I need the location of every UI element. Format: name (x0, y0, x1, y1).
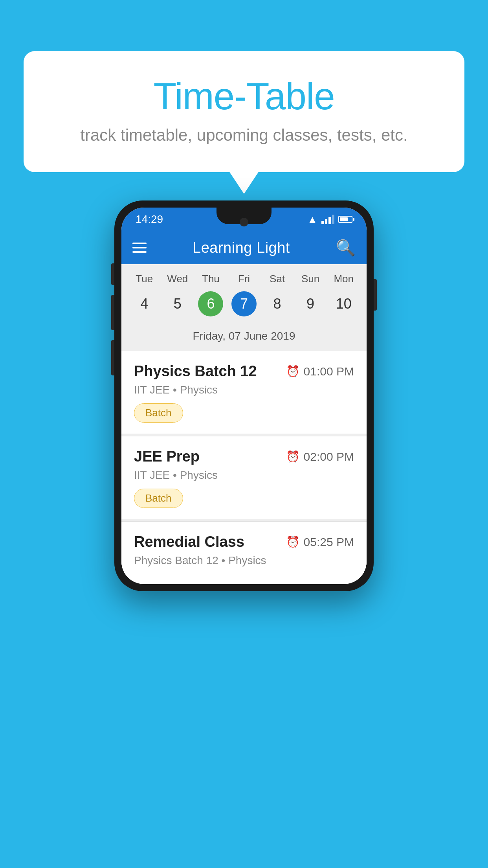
signal-bars-icon (321, 215, 334, 224)
batch-badge-2: Batch (134, 489, 183, 508)
day-wed: Wed (161, 273, 194, 285)
clock-icon-3: ⏰ (286, 535, 300, 548)
date-6-today[interactable]: 6 (194, 291, 227, 316)
hamburger-line-3 (132, 251, 147, 253)
day-tue: Tue (128, 273, 161, 285)
schedule-subtitle-1: IIT JEE • Physics (134, 384, 354, 396)
phone-power-button (374, 279, 377, 311)
phone-camera (240, 218, 248, 226)
phone-vol-down-button (111, 340, 114, 375)
date-7-selected[interactable]: 7 (227, 291, 261, 316)
status-time: 14:29 (136, 213, 163, 226)
schedule-time-1: ⏰ 01:00 PM (286, 365, 354, 378)
phone-notch (216, 208, 272, 224)
hamburger-menu-button[interactable] (132, 243, 147, 253)
bubble-subtitle: track timetable, upcoming classes, tests… (55, 126, 433, 145)
selected-date-label: Friday, 07 June 2019 (121, 325, 367, 351)
schedule-item-3[interactable]: Remedial Class ⏰ 05:25 PM Physics Batch … (121, 522, 367, 582)
battery-icon (338, 216, 352, 223)
search-button[interactable]: 🔍 (336, 239, 356, 257)
schedule-subtitle-3: Physics Batch 12 • Physics (134, 554, 354, 567)
schedule-item-1[interactable]: Physics Batch 12 ⏰ 01:00 PM IIT JEE • Ph… (121, 351, 367, 434)
clock-icon-1: ⏰ (286, 365, 300, 378)
schedule-item-1-header: Physics Batch 12 ⏰ 01:00 PM (134, 363, 354, 380)
schedule-title-2: JEE Prep (134, 448, 200, 465)
phone-vol-up-button (111, 295, 114, 330)
date-9[interactable]: 9 (294, 291, 327, 316)
schedule-time-2: ⏰ 02:00 PM (286, 450, 354, 463)
schedule-item-3-header: Remedial Class ⏰ 05:25 PM (134, 533, 354, 550)
date-8[interactable]: 8 (261, 291, 294, 316)
day-fri: Fri (227, 273, 261, 285)
batch-badge-1: Batch (134, 403, 183, 423)
schedule-title-1: Physics Batch 12 (134, 363, 257, 380)
schedule-time-3: ⏰ 05:25 PM (286, 535, 354, 549)
wifi-icon: ▲ (307, 213, 317, 226)
speech-bubble-section: Time-Table track timetable, upcoming cla… (24, 51, 464, 172)
day-thu: Thu (194, 273, 227, 285)
day-mon: Mon (327, 273, 360, 285)
app-title: Learning Light (193, 239, 290, 256)
phone-frame: 14:29 ▲ (114, 200, 374, 591)
schedule-list: Physics Batch 12 ⏰ 01:00 PM IIT JEE • Ph… (121, 351, 367, 582)
status-icons: ▲ (307, 213, 352, 226)
date-10[interactable]: 10 (327, 291, 360, 316)
schedule-item-2-header: JEE Prep ⏰ 02:00 PM (134, 448, 354, 465)
phone-screen: 14:29 ▲ (121, 208, 367, 584)
schedule-item-2[interactable]: JEE Prep ⏰ 02:00 PM IIT JEE • Physics Ba… (121, 436, 367, 519)
time-label-1: 01:00 PM (304, 365, 354, 378)
date-4[interactable]: 4 (128, 291, 161, 316)
day-sat: Sat (261, 273, 294, 285)
dates-row: 4 5 6 7 8 9 (121, 288, 367, 325)
phone-wrapper: 14:29 ▲ (114, 200, 374, 591)
calendar-section: Tue Wed Thu Fri Sat Sun Mon 4 5 (121, 264, 367, 351)
time-label-2: 02:00 PM (304, 450, 354, 463)
schedule-title-3: Remedial Class (134, 533, 244, 550)
hamburger-line-1 (132, 243, 147, 244)
schedule-subtitle-2: IIT JEE • Physics (134, 469, 354, 482)
time-label-3: 05:25 PM (304, 535, 354, 549)
bubble-title: Time-Table (55, 75, 433, 118)
app-toolbar: Learning Light 🔍 (121, 231, 367, 264)
days-header: Tue Wed Thu Fri Sat Sun Mon (121, 264, 367, 288)
day-sun: Sun (294, 273, 327, 285)
hamburger-line-2 (132, 247, 147, 248)
clock-icon-2: ⏰ (286, 450, 300, 463)
phone-mute-button (111, 263, 114, 285)
speech-bubble: Time-Table track timetable, upcoming cla… (24, 51, 464, 172)
date-5[interactable]: 5 (161, 291, 194, 316)
